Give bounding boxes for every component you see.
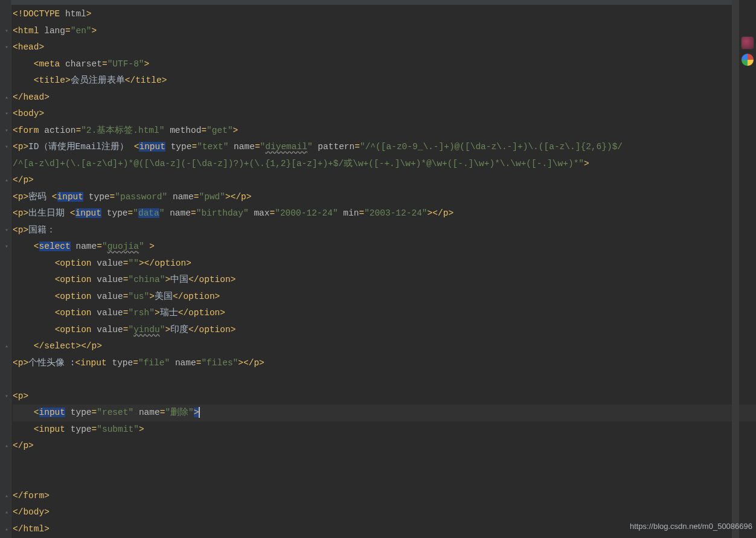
code-line[interactable]: </p> xyxy=(13,172,756,189)
ide-plugin-icon[interactable] xyxy=(741,36,754,50)
code-line[interactable]: <input type="reset" name="删除"> xyxy=(13,405,756,421)
scrollbar-vertical[interactable] xyxy=(732,0,739,538)
fold-marker[interactable] xyxy=(0,371,11,388)
code-line[interactable]: </p> xyxy=(13,438,756,455)
fold-marker[interactable]: ▾ xyxy=(0,239,11,255)
fold-marker[interactable] xyxy=(0,355,11,372)
code-line[interactable]: <html lang="en"> xyxy=(13,23,756,40)
code-line[interactable]: <!DOCTYPE html> xyxy=(13,6,756,23)
gutter-fold-column[interactable]: ▾▾▴▾▾▾▴▾▾▴▾▴▴▴▴ xyxy=(0,0,11,538)
code-line[interactable]: <option value="yindu">印度</option> xyxy=(13,322,756,339)
fold-marker[interactable]: ▾ xyxy=(0,123,11,139)
fold-marker[interactable] xyxy=(0,56,11,73)
fold-marker[interactable] xyxy=(0,156,11,173)
code-line[interactable]: <p>ID（请使用Email注册） <input type="text" nam… xyxy=(13,139,756,156)
code-line[interactable]: <p> xyxy=(13,388,756,405)
fold-marker[interactable]: ▾ xyxy=(0,39,11,56)
code-line[interactable]: <input type="submit"> xyxy=(13,421,756,438)
fold-marker[interactable]: ▾ xyxy=(0,222,11,239)
fold-marker[interactable]: ▾ xyxy=(0,139,11,156)
code-line[interactable]: <form action="2.基本标签.html" method="get"> xyxy=(13,123,756,139)
fold-marker[interactable]: ▴ xyxy=(0,89,11,106)
code-line[interactable]: <meta charset="UTF-8"> xyxy=(13,56,756,73)
code-line[interactable]: <select name="guojia" > xyxy=(13,239,756,255)
browser-preview-icon[interactable] xyxy=(741,53,754,66)
code-line[interactable] xyxy=(13,371,756,388)
fold-marker[interactable] xyxy=(0,272,11,289)
code-editor[interactable]: ▾▾▴▾▾▾▴▾▾▴▾▴▴▴▴ <!DOCTYPE html><html lan… xyxy=(0,0,756,538)
fold-marker[interactable]: ▴ xyxy=(0,488,11,505)
text-caret xyxy=(199,407,200,418)
fold-marker[interactable] xyxy=(0,289,11,306)
fold-marker[interactable] xyxy=(0,72,11,89)
code-line[interactable] xyxy=(13,455,756,472)
code-line[interactable] xyxy=(13,471,756,488)
right-toolbar xyxy=(739,36,756,66)
fold-marker[interactable]: ▾ xyxy=(0,23,11,40)
code-line[interactable]: <title>会员注册表单</title> xyxy=(13,72,756,89)
fold-marker[interactable] xyxy=(0,255,11,272)
code-line[interactable]: <option value="rsh">瑞士</option> xyxy=(13,305,756,322)
fold-marker[interactable] xyxy=(0,6,11,23)
fold-marker[interactable] xyxy=(0,455,11,472)
fold-marker[interactable] xyxy=(0,205,11,222)
fold-marker[interactable] xyxy=(0,322,11,339)
code-line[interactable]: <p>个性头像 :<input type="file" name="files"… xyxy=(13,355,756,372)
code-line[interactable]: </select></p> xyxy=(13,338,756,355)
fold-marker[interactable] xyxy=(0,305,11,322)
fold-marker[interactable] xyxy=(0,471,11,488)
code-line[interactable]: <option value="china">中国</option> xyxy=(13,272,756,289)
fold-marker[interactable] xyxy=(0,189,11,206)
fold-marker[interactable]: ▴ xyxy=(0,338,11,355)
code-line[interactable]: /^[a-z\d]+(\.[a-z\d]+)*@([\da-z](-[\da-z… xyxy=(13,156,756,173)
code-area[interactable]: <!DOCTYPE html><html lang="en"><head> <m… xyxy=(11,0,756,538)
fold-marker[interactable] xyxy=(0,421,11,438)
status-url: https://blog.csdn.net/m0_50086696 xyxy=(630,518,752,535)
code-line[interactable]: <p>出生日期 <input type="data" name="birthda… xyxy=(13,205,756,222)
code-line[interactable]: <p>密码 <input type="password" name="pwd">… xyxy=(13,189,756,206)
fold-marker[interactable]: ▴ xyxy=(0,521,11,538)
code-line[interactable]: <option value="us">美国</option> xyxy=(13,289,756,306)
code-line[interactable]: <head> xyxy=(13,39,756,56)
code-line[interactable]: </form> xyxy=(13,488,756,505)
code-line[interactable]: <p>国籍： xyxy=(13,222,756,239)
fold-marker[interactable]: ▴ xyxy=(0,438,11,455)
fold-marker[interactable]: ▾ xyxy=(0,388,11,405)
fold-marker[interactable]: ▴ xyxy=(0,504,11,521)
code-line[interactable]: </head> xyxy=(13,89,756,106)
fold-marker[interactable]: ▴ xyxy=(0,172,11,189)
fold-marker[interactable]: ▾ xyxy=(0,106,11,123)
code-line[interactable]: <body> xyxy=(13,106,756,123)
editor-tabbar xyxy=(11,0,732,5)
fold-marker[interactable] xyxy=(0,405,11,421)
code-line[interactable]: <option value=""></option> xyxy=(13,255,756,272)
